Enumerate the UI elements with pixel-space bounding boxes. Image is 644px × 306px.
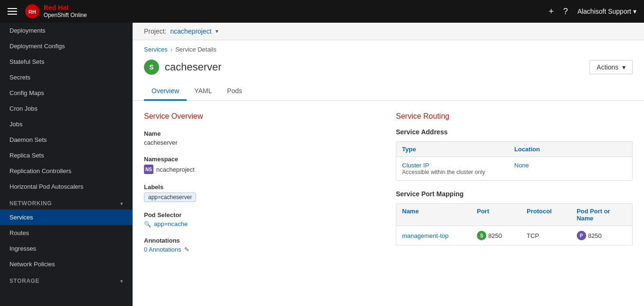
page-header: S cacheserver Actions ▾ (133, 56, 644, 82)
label-tag[interactable]: app=cacheserver (144, 192, 196, 202)
tab-overview[interactable]: Overview (144, 82, 187, 101)
sidebar-label-jobs: Jobs (9, 121, 22, 128)
sidebar-item-jobs[interactable]: Jobs (0, 116, 133, 132)
networking-chevron-icon: ▾ (120, 201, 123, 206)
project-dropdown-icon[interactable]: ▾ (215, 28, 218, 35)
actions-label: Actions (597, 63, 618, 71)
field-labels-label: Labels (144, 184, 381, 191)
field-pod-selector-value: 🔍 app=ncache (144, 220, 381, 227)
field-annotations: Annotations 0 Annotations ✎ (144, 237, 381, 253)
sidebar-item-services[interactable]: Services (0, 210, 133, 225)
storage-section-header[interactable]: Storage ▾ (0, 272, 133, 287)
pod-selector-link[interactable]: app=ncache (154, 220, 188, 227)
actions-button[interactable]: Actions ▾ (590, 60, 633, 74)
sidebar-item-ingresses[interactable]: Ingresses (0, 241, 133, 256)
sidebar-label-horizontal-pod-autoscalers: Horizontal Pod Autoscalers (9, 183, 83, 190)
tab-pods[interactable]: Pods (219, 82, 250, 101)
pod-selector: 🔍 app=ncache (144, 220, 381, 227)
sidebar-label-cron-jobs: Cron Jobs (9, 105, 37, 112)
sidebar-label-deployments: Deployments (9, 27, 45, 34)
service-overview-title: Service Overview (144, 112, 381, 121)
accessible-text: Accessible within the cluster only (402, 169, 514, 175)
edit-icon[interactable]: ✎ (184, 246, 189, 253)
tab-yaml-label: YAML (194, 87, 212, 95)
sidebar-label-replica-sets: Replica Sets (9, 152, 44, 159)
annotations-link[interactable]: 0 Annotations ✎ (144, 246, 381, 253)
networking-section-label: Networking (9, 200, 52, 207)
page-header-left: S cacheserver (144, 60, 222, 75)
address-table-row: Cluster IP Accessible within the cluster… (396, 157, 632, 180)
service-address-label: Service Address (396, 128, 633, 136)
field-labels: Labels app=cacheserver (144, 184, 381, 202)
networking-section-header[interactable]: Networking ▾ (0, 194, 133, 210)
sidebar-label-network-policies: Network Policies (9, 261, 55, 268)
port-col-name: Name (402, 208, 477, 222)
port-s-icon: S (477, 231, 486, 240)
port-table-header: Name Port Protocol Pod Port or Name (396, 204, 632, 226)
ns-icon: NS (144, 165, 153, 174)
project-bar: Project: ncacheproject ▾ (133, 23, 644, 40)
port-table-row: management-top S 8250 TCP P (396, 226, 632, 245)
tab-overview-label: Overview (152, 87, 179, 95)
sidebar-item-stateful-sets[interactable]: Stateful Sets (0, 54, 133, 70)
pod-port-value: 8250 (588, 232, 602, 239)
brand-openshift: OpenShift Online (44, 12, 87, 18)
address-col-location: Location (514, 146, 626, 153)
storage-section-label: Storage (9, 278, 39, 284)
sidebar-label-daemon-sets: Daemon Sets (9, 136, 47, 143)
sidebar-item-horizontal-pod-autoscalers[interactable]: Horizontal Pod Autoscalers (0, 179, 133, 194)
address-cell-type: Cluster IP Accessible within the cluster… (402, 162, 514, 175)
sidebar-item-cron-jobs[interactable]: Cron Jobs (0, 101, 133, 116)
hamburger-menu[interactable] (8, 8, 17, 15)
service-routing-title: Service Routing (396, 112, 633, 121)
plus-icon[interactable]: + (549, 7, 554, 17)
port-col-protocol: Protocol (527, 208, 576, 222)
namespace-link[interactable]: ncacheproject (156, 166, 195, 173)
field-annotations-label: Annotations (144, 237, 381, 244)
sidebar-label-deployment-configs: Deployment Configs (9, 43, 65, 50)
sidebar-item-daemon-sets[interactable]: Daemon Sets (0, 132, 133, 148)
field-pod-selector: Pod Selector 🔍 app=ncache (144, 211, 381, 227)
svg-text:RH: RH (28, 9, 36, 15)
sidebar-item-deployment-configs[interactable]: Deployment Configs (0, 38, 133, 54)
field-namespace: Namespace NS ncacheproject (144, 156, 381, 174)
pod-port-badge: P 8250 (577, 231, 602, 240)
sidebar-label-routes: Routes (9, 229, 29, 236)
port-table: Name Port Protocol Pod Port or Name mana… (396, 203, 633, 245)
brand-text: Red Hat OpenShift Online (44, 4, 87, 18)
project-label: Project: (144, 27, 166, 35)
namespace-badge: NS ncacheproject (144, 165, 195, 174)
service-icon-letter: S (149, 63, 153, 71)
tabs-bar: Overview YAML Pods (133, 82, 644, 101)
port-row-protocol: TCP (527, 232, 576, 239)
sidebar-item-replication-controllers[interactable]: Replication Controllers (0, 163, 133, 179)
help-icon[interactable]: ? (563, 7, 568, 17)
main-layout: Deployments Deployment Configs Stateful … (0, 23, 644, 306)
sidebar-item-routes[interactable]: Routes (0, 225, 133, 241)
tab-yaml[interactable]: YAML (187, 82, 219, 101)
sidebar-item-secrets[interactable]: Secrets (0, 70, 133, 85)
port-badge-port: S 8250 (477, 231, 502, 240)
brand-redhat: Red Hat (44, 4, 87, 12)
port-row-port: S 8250 (477, 231, 527, 240)
port-name-link[interactable]: management-top (402, 232, 448, 239)
address-table: Type Location Cluster IP Accessible with… (396, 141, 633, 181)
sidebar-item-config-maps[interactable]: Config Maps (0, 85, 133, 101)
tab-pods-label: Pods (227, 87, 242, 95)
project-name[interactable]: ncacheproject (170, 27, 211, 35)
sidebar-label-secrets: Secrets (9, 74, 30, 81)
user-name: Alachisoft Support (577, 8, 631, 15)
page-title: cacheserver (165, 61, 222, 73)
service-icon: S (144, 60, 159, 75)
breadcrumb-parent[interactable]: Services (144, 46, 168, 53)
port-row-pod-port: P 8250 (577, 231, 626, 240)
sidebar-item-replica-sets[interactable]: Replica Sets (0, 148, 133, 163)
sidebar-item-deployments[interactable]: Deployments (0, 23, 133, 38)
address-col-type: Type (402, 146, 514, 153)
sidebar-label-stateful-sets: Stateful Sets (9, 58, 45, 65)
search-icon: 🔍 (144, 221, 151, 227)
sidebar-item-network-policies[interactable]: Network Policies (0, 256, 133, 272)
annotations-count: 0 Annotations (144, 246, 181, 253)
top-nav-right: + ? Alachisoft Support ▾ (549, 7, 636, 17)
user-menu[interactable]: Alachisoft Support ▾ (577, 8, 636, 15)
